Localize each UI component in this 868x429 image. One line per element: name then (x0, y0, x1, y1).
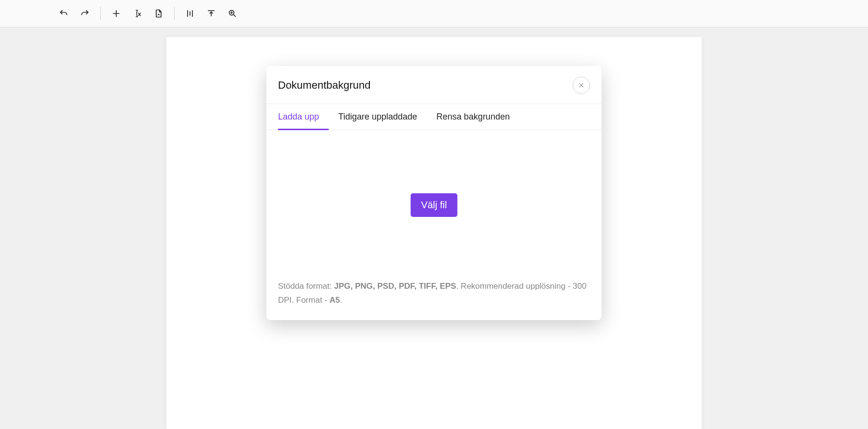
formula-button[interactable] (127, 4, 148, 23)
align-horizontal-icon (185, 9, 195, 18)
modal-header: Dokumentbakgrund (267, 66, 602, 104)
choose-file-button[interactable]: Välj fil (410, 193, 457, 217)
zoom-icon (228, 9, 237, 18)
supported-formats: JPG, PNG, PSD, PDF, TIFF, EPS (334, 282, 456, 291)
zoom-button[interactable] (222, 4, 243, 23)
tab-upload[interactable]: Ladda upp (278, 104, 329, 130)
formula-icon (133, 9, 142, 18)
align-top-button[interactable] (201, 4, 222, 23)
modal-title: Dokumentbakgrund (278, 79, 371, 92)
modal-body: Välj fil (267, 130, 602, 280)
supported-prefix: Stödda format: (278, 282, 334, 291)
document-background-modal: Dokumentbakgrund Ladda upp Tidigare uppl… (267, 66, 602, 320)
page-format: A5 (329, 295, 340, 305)
page-button[interactable] (148, 4, 169, 23)
close-button[interactable] (573, 77, 590, 94)
tab-clear-background[interactable]: Rensa bakgrunden (427, 104, 519, 130)
tab-previously-uploaded[interactable]: Tidigare uppladdade (329, 104, 427, 130)
undo-icon (59, 9, 68, 18)
close-icon (578, 82, 585, 89)
align-top-icon (206, 9, 216, 18)
redo-icon (80, 9, 90, 18)
redo-button[interactable] (74, 4, 95, 23)
toolbar-separator (174, 7, 175, 20)
plus-icon (111, 9, 121, 18)
page-icon (154, 9, 163, 18)
toolbar (0, 0, 868, 27)
undo-button[interactable] (53, 4, 74, 23)
canvas-area: Dokumentbakgrund Ladda upp Tidigare uppl… (0, 27, 868, 429)
footer-suffix: . (340, 295, 342, 305)
align-horizontal-button[interactable] (179, 4, 201, 23)
add-button[interactable] (106, 4, 127, 23)
modal-tabs: Ladda upp Tidigare uppladdade Rensa bakg… (267, 104, 602, 130)
toolbar-separator (100, 7, 101, 20)
modal-footer-info: Stödda format: JPG, PNG, PSD, PDF, TIFF,… (267, 280, 602, 320)
